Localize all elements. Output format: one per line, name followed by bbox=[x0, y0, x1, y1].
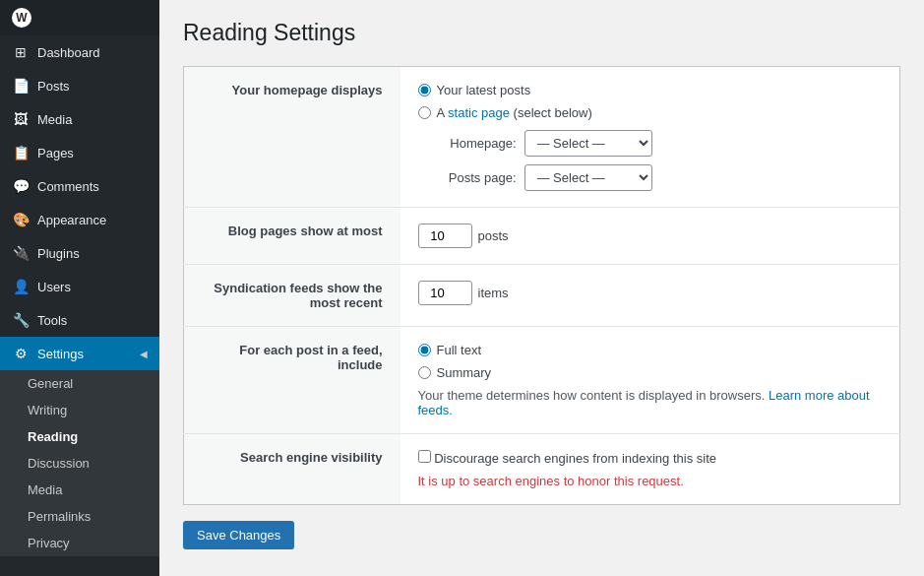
settings-arrow-icon: ◀ bbox=[140, 349, 148, 359]
homepage-displays-value: Your latest posts A static page (select … bbox=[400, 67, 900, 208]
pages-icon: 📋 bbox=[12, 144, 30, 161]
blog-pages-suffix: posts bbox=[478, 228, 509, 243]
syndication-input-wrap: items bbox=[418, 281, 883, 305]
sidebar-item-users[interactable]: 👤 Users bbox=[0, 270, 159, 303]
posts-icon: 📄 bbox=[12, 77, 30, 95]
blog-pages-row: Blog pages show at most posts bbox=[184, 208, 900, 265]
static-page-selects: Homepage: — Select — Posts page: — Selec… bbox=[418, 130, 883, 191]
page-title: Reading Settings bbox=[183, 20, 900, 46]
sidebar-item-settings[interactable]: ⚙ Settings ◀ bbox=[0, 337, 159, 370]
radio-summary[interactable] bbox=[418, 366, 431, 379]
homepage-displays-label: Your homepage displays bbox=[184, 67, 400, 208]
search-visibility-value: Discourage search engines from indexing … bbox=[400, 434, 900, 505]
main-content: Reading Settings Your homepage displays … bbox=[159, 0, 924, 576]
radio-summary-option: Summary bbox=[418, 365, 883, 380]
radio-summary-label: Summary bbox=[437, 365, 492, 380]
search-visibility-row: Search engine visibility Discourage sear… bbox=[184, 434, 900, 505]
wp-logo-icon: W bbox=[12, 8, 31, 28]
posts-page-select-row: Posts page: — Select — bbox=[418, 164, 883, 191]
tools-icon: 🔧 bbox=[12, 311, 30, 329]
search-visibility-checkbox-label: Discourage search engines from indexing … bbox=[434, 451, 716, 466]
syndication-label: Syndication feeds show the most recent bbox=[184, 265, 400, 327]
blog-pages-input[interactable] bbox=[418, 224, 472, 248]
sidebar-item-label: Settings bbox=[37, 347, 84, 361]
search-engine-note: It is up to search engines to honor this… bbox=[418, 474, 883, 488]
settings-submenu: General Writing Reading Discussion Media… bbox=[0, 370, 159, 556]
syndication-suffix: items bbox=[478, 286, 509, 300]
submenu-item-general[interactable]: General bbox=[0, 370, 159, 397]
save-changes-button[interactable]: Save Changes bbox=[183, 521, 294, 549]
search-visibility-checkbox-wrap: Discourage search engines from indexing … bbox=[418, 450, 883, 466]
sidebar-item-label: Dashboard bbox=[37, 45, 100, 60]
submit-row: Save Changes bbox=[183, 521, 900, 549]
homepage-displays-row: Your homepage displays Your latest posts… bbox=[184, 67, 900, 208]
feed-include-row: For each post in a feed, include Full te… bbox=[184, 327, 900, 434]
radio-full-text-label: Full text bbox=[437, 343, 482, 357]
sidebar-item-appearance[interactable]: 🎨 Appearance bbox=[0, 203, 159, 236]
sidebar-item-tools[interactable]: 🔧 Tools bbox=[0, 303, 159, 337]
radio-static-page-option: A static page (select below) bbox=[418, 105, 883, 120]
search-visibility-checkbox[interactable] bbox=[418, 450, 431, 463]
blog-pages-input-wrap: posts bbox=[418, 224, 883, 248]
homepage-select-label: Homepage: bbox=[418, 136, 517, 151]
radio-latest-posts-label: Your latest posts bbox=[437, 83, 531, 97]
sidebar-item-pages[interactable]: 📋 Pages bbox=[0, 136, 159, 169]
comments-icon: 💬 bbox=[12, 177, 30, 195]
sidebar-item-comments[interactable]: 💬 Comments bbox=[0, 169, 159, 203]
appearance-icon: 🎨 bbox=[12, 211, 30, 228]
dashboard-icon: ⊞ bbox=[12, 43, 30, 61]
media-icon: 🖼 bbox=[12, 110, 30, 128]
sidebar-item-label: Tools bbox=[37, 313, 67, 328]
submenu-item-permalinks[interactable]: Permalinks bbox=[0, 503, 159, 530]
sidebar-item-label: Media bbox=[37, 112, 72, 127]
radio-static-page-label: A static page (select below) bbox=[437, 105, 592, 120]
radio-full-text[interactable] bbox=[418, 344, 431, 356]
sidebar-item-label: Comments bbox=[37, 179, 99, 194]
settings-form: Your homepage displays Your latest posts… bbox=[183, 66, 900, 505]
radio-latest-posts[interactable] bbox=[418, 84, 431, 96]
sidebar-item-label: Plugins bbox=[37, 246, 80, 261]
search-visibility-label: Search engine visibility bbox=[184, 434, 400, 505]
syndication-input[interactable] bbox=[418, 281, 472, 305]
feed-info-text: Your theme determines how content is dis… bbox=[418, 388, 883, 417]
radio-static-page[interactable] bbox=[418, 106, 431, 119]
homepage-select-row: Homepage: — Select — bbox=[418, 130, 883, 157]
blog-pages-value: posts bbox=[400, 208, 900, 265]
submenu-item-privacy[interactable]: Privacy bbox=[0, 530, 159, 556]
radio-latest-posts-option: Your latest posts bbox=[418, 83, 883, 97]
sidebar-item-label: Pages bbox=[37, 146, 74, 160]
homepage-select[interactable]: — Select — bbox=[524, 130, 652, 157]
feed-include-label: For each post in a feed, include bbox=[184, 327, 400, 434]
syndication-value: items bbox=[400, 265, 900, 327]
static-page-link[interactable]: static page bbox=[448, 105, 510, 120]
posts-page-select[interactable]: — Select — bbox=[524, 164, 652, 191]
feed-include-value: Full text Summary Your theme determines … bbox=[400, 327, 900, 434]
sidebar-item-label: Appearance bbox=[37, 213, 106, 227]
users-icon: 👤 bbox=[12, 278, 30, 295]
sidebar-item-plugins[interactable]: 🔌 Plugins bbox=[0, 236, 159, 270]
sidebar-item-label: Posts bbox=[37, 79, 70, 94]
radio-full-text-option: Full text bbox=[418, 343, 883, 357]
sidebar-item-media[interactable]: 🖼 Media bbox=[0, 102, 159, 136]
sidebar-item-dashboard[interactable]: ⊞ Dashboard bbox=[0, 35, 159, 69]
sidebar-item-label: Users bbox=[37, 280, 71, 294]
submenu-item-discussion[interactable]: Discussion bbox=[0, 450, 159, 477]
plugins-icon: 🔌 bbox=[12, 244, 30, 262]
settings-icon: ⚙ bbox=[12, 345, 30, 362]
posts-page-select-label: Posts page: bbox=[418, 170, 517, 185]
syndication-row: Syndication feeds show the most recent i… bbox=[184, 265, 900, 327]
sidebar-logo: W bbox=[0, 0, 159, 35]
submenu-item-media[interactable]: Media bbox=[0, 477, 159, 503]
sidebar-item-posts[interactable]: 📄 Posts bbox=[0, 69, 159, 102]
blog-pages-label: Blog pages show at most bbox=[184, 208, 400, 265]
submenu-item-writing[interactable]: Writing bbox=[0, 397, 159, 423]
sidebar: W ⊞ Dashboard 📄 Posts 🖼 Media 📋 Pages 💬 … bbox=[0, 0, 159, 576]
submenu-item-reading[interactable]: Reading bbox=[0, 423, 159, 450]
